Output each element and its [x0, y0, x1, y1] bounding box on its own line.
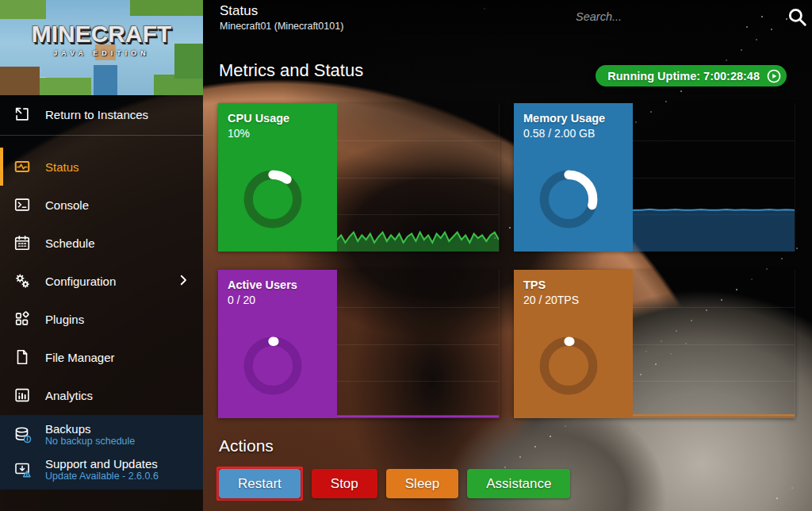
main-content: Status Minecraft01 (Minecraft0101) Metri… [203, 0, 812, 511]
tps-history-chart [633, 270, 795, 418]
active-users-gauge-ring [240, 333, 305, 398]
schedule-icon [13, 234, 31, 252]
uptime-label: Running Uptime: 7:00:28:48 [607, 70, 760, 83]
update-status-text: Update Available - 2.6.0.6 [45, 471, 159, 482]
tps-gauge-ring [536, 333, 601, 398]
sidebar-item-schedule[interactable]: Schedule [0, 224, 203, 262]
memory-history-chart [633, 103, 795, 252]
cpu-gauge-ring [240, 167, 305, 232]
cpu-usage-tile: CPU Usage 10% [218, 103, 337, 252]
sidebar: MINECRAFT JAVA EDITION Return to Instanc… [0, 0, 203, 511]
page-title: Status [220, 3, 258, 19]
sidebar-item-plugins[interactable]: Plugins [0, 300, 203, 338]
metric-title: Memory Usage [523, 112, 623, 125]
stop-button[interactable]: Stop [312, 469, 377, 498]
sidebar-item-label: Return to Instances [45, 108, 148, 121]
tps-card: TPS 20 / 20TPS [514, 270, 795, 418]
sidebar-item-backups[interactable]: Backups No backup schedule [0, 417, 203, 452]
sleep-button[interactable]: Sleep [386, 469, 458, 498]
minecraft-logo: MINECRAFT [0, 21, 203, 48]
chevron-right-icon [176, 273, 190, 290]
memory-usage-tile: Memory Usage 0.58 / 2.00 GB [514, 103, 633, 252]
actions-title: Actions [219, 436, 274, 455]
backup-status-text: No backup schedule [45, 436, 135, 447]
metric-value: 10% [228, 127, 327, 140]
sidebar-item-label: Status [45, 160, 79, 174]
app-window: MINECRAFT JAVA EDITION Return to Instanc… [0, 0, 812, 511]
sidebar-nav: Return to Instances Status Console Sc [0, 95, 203, 414]
sidebar-divider [0, 135, 203, 136]
sidebar-item-label: Configuration [45, 275, 116, 288]
play-circle-icon[interactable] [766, 68, 782, 84]
return-to-instances-icon [13, 106, 31, 123]
analytics-icon [13, 386, 31, 404]
memory-gauge-ring [536, 167, 601, 232]
active-users-history-chart [337, 270, 500, 418]
sidebar-item-label: Backups [45, 422, 135, 436]
sidebar-item-configuration[interactable]: Configuration [0, 262, 203, 300]
section-title: Metrics and Status [219, 60, 363, 81]
sidebar-item-status[interactable]: Status [0, 148, 203, 186]
uptime-badge[interactable]: Running Uptime: 7:00:28:48 [596, 65, 787, 86]
search-input[interactable] [576, 6, 774, 27]
minecraft-edition-label: JAVA EDITION [0, 49, 203, 57]
annotation-highlight-box: Restart [216, 467, 303, 501]
metric-title: TPS [523, 279, 623, 291]
sidebar-item-analytics[interactable]: Analytics [0, 376, 203, 414]
cpu-history-chart [337, 103, 500, 252]
sidebar-item-label: Schedule [45, 236, 95, 250]
sidebar-item-label: Support and Updates [45, 457, 159, 471]
actions-row: Restart Stop Sleep Assistance [216, 467, 570, 501]
active-users-tile: Active Users 0 / 20 [218, 270, 337, 418]
restart-button[interactable]: Restart [219, 469, 301, 498]
sidebar-item-label: Plugins [45, 313, 84, 326]
assistance-button[interactable]: Assistance [467, 469, 570, 498]
metric-value: 0.58 / 2.00 GB [523, 127, 623, 140]
sidebar-item-console[interactable]: Console [0, 186, 203, 224]
file-manager-icon [13, 348, 31, 366]
sidebar-item-support-updates[interactable]: Support and Updates Update Available - 2… [0, 452, 203, 487]
sidebar-item-file-manager[interactable]: File Manager [0, 338, 203, 376]
metric-title: Active Users [228, 279, 327, 291]
sidebar-item-label: File Manager [45, 351, 115, 364]
search-icon[interactable] [787, 6, 807, 27]
active-users-card: Active Users 0 / 20 [218, 270, 500, 418]
sidebar-item-label: Analytics [45, 389, 93, 402]
backups-icon [13, 425, 33, 444]
sidebar-item-label: Console [45, 198, 89, 212]
tps-tile: TPS 20 / 20TPS [514, 270, 633, 418]
cpu-usage-card: CPU Usage 10% [218, 103, 500, 252]
status-icon [13, 158, 31, 175]
sidebar-bottom-panel: Backups No backup schedule Support and U… [0, 415, 203, 490]
console-icon [13, 196, 31, 213]
instance-name: Minecraft01 (Minecraft0101) [220, 21, 343, 32]
sidebar-item-return-to-instances[interactable]: Return to Instances [0, 95, 203, 133]
minecraft-banner: MINECRAFT JAVA EDITION [0, 0, 203, 95]
metric-title: CPU Usage [228, 112, 327, 125]
configuration-icon [13, 272, 31, 290]
support-updates-icon [13, 460, 33, 479]
metric-value: 20 / 20TPS [523, 294, 623, 306]
metric-value: 0 / 20 [228, 294, 327, 306]
plugins-icon [13, 310, 31, 328]
memory-usage-card: Memory Usage 0.58 / 2.00 GB [514, 103, 795, 252]
